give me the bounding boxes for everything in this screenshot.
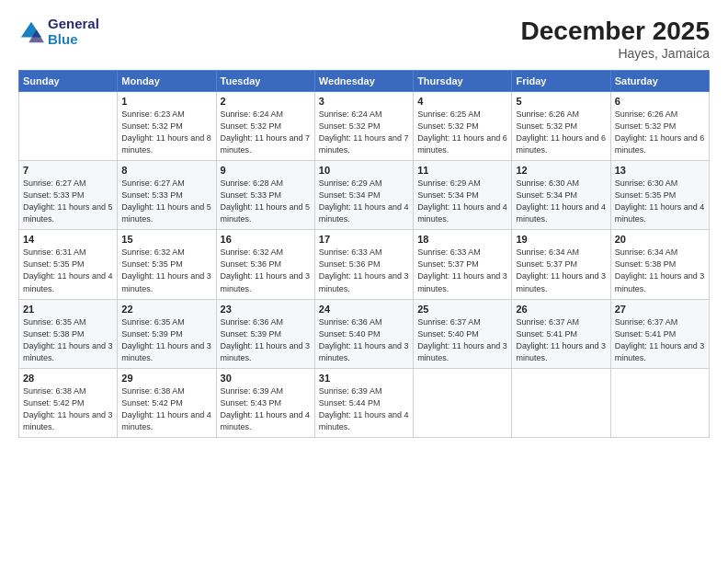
col-header-saturday: Saturday <box>610 71 709 92</box>
day-number: 16 <box>221 234 311 245</box>
day-number: 21 <box>23 304 113 315</box>
day-number: 25 <box>417 304 507 315</box>
page: General Blue December 2025 Hayes, Jamaic… <box>0 0 728 563</box>
cell-info: Sunrise: 6:24 AMSunset: 5:32 PMDaylight:… <box>221 109 311 155</box>
cell-info: Sunrise: 6:26 AMSunset: 5:32 PMDaylight:… <box>516 109 606 155</box>
day-number: 5 <box>516 96 606 107</box>
day-number: 3 <box>319 96 409 107</box>
col-header-friday: Friday <box>512 71 610 92</box>
logo-line1: General <box>48 17 99 32</box>
logo-icon <box>18 19 44 45</box>
cell-info: Sunrise: 6:27 AMSunset: 5:33 PMDaylight:… <box>121 178 211 224</box>
cell-info: Sunrise: 6:35 AMSunset: 5:39 PMDaylight:… <box>121 317 211 362</box>
day-number: 7 <box>23 165 113 176</box>
cell-info: Sunrise: 6:37 AMSunset: 5:40 PMDaylight:… <box>417 317 507 362</box>
cell-info: Sunrise: 6:32 AMSunset: 5:36 PMDaylight:… <box>221 247 311 293</box>
logo-line2: Blue <box>48 32 99 48</box>
day-cell: 13Sunrise: 6:30 AMSunset: 5:35 PMDayligh… <box>610 161 709 230</box>
day-number: 1 <box>121 96 211 107</box>
day-cell: 16Sunrise: 6:32 AMSunset: 5:36 PMDayligh… <box>216 230 314 299</box>
day-number: 10 <box>319 165 409 176</box>
col-header-monday: Monday <box>118 71 216 92</box>
day-number: 23 <box>221 304 311 315</box>
col-header-tuesday: Tuesday <box>216 71 314 92</box>
logo-text: General Blue <box>48 17 99 47</box>
cell-info: Sunrise: 6:28 AMSunset: 5:33 PMDaylight:… <box>221 178 311 224</box>
calendar-table: SundayMondayTuesdayWednesdayThursdayFrid… <box>18 70 710 438</box>
cell-info: Sunrise: 6:37 AMSunset: 5:41 PMDaylight:… <box>615 317 705 362</box>
cell-info: Sunrise: 6:23 AMSunset: 5:32 PMDaylight:… <box>121 109 211 155</box>
day-cell <box>610 368 709 437</box>
day-cell <box>512 368 610 437</box>
day-cell: 3Sunrise: 6:24 AMSunset: 5:32 PMDaylight… <box>314 92 413 161</box>
day-number: 19 <box>516 234 606 245</box>
cell-info: Sunrise: 6:36 AMSunset: 5:39 PMDaylight:… <box>221 317 311 362</box>
day-cell: 26Sunrise: 6:37 AMSunset: 5:41 PMDayligh… <box>512 299 610 368</box>
day-number: 30 <box>221 373 311 384</box>
cell-info: Sunrise: 6:30 AMSunset: 5:34 PMDaylight:… <box>516 178 606 224</box>
day-number: 29 <box>121 373 211 384</box>
day-cell: 18Sunrise: 6:33 AMSunset: 5:37 PMDayligh… <box>414 230 512 299</box>
cell-info: Sunrise: 6:32 AMSunset: 5:35 PMDaylight:… <box>121 247 211 293</box>
cell-info: Sunrise: 6:31 AMSunset: 5:35 PMDaylight:… <box>23 247 113 293</box>
day-number: 14 <box>23 234 113 245</box>
day-number: 20 <box>615 234 705 245</box>
day-cell: 28Sunrise: 6:38 AMSunset: 5:42 PMDayligh… <box>19 368 118 437</box>
day-cell: 14Sunrise: 6:31 AMSunset: 5:35 PMDayligh… <box>19 230 118 299</box>
day-cell: 25Sunrise: 6:37 AMSunset: 5:40 PMDayligh… <box>414 299 512 368</box>
cell-info: Sunrise: 6:27 AMSunset: 5:33 PMDaylight:… <box>23 178 113 224</box>
day-cell: 6Sunrise: 6:26 AMSunset: 5:32 PMDaylight… <box>610 92 709 161</box>
day-number: 22 <box>121 304 211 315</box>
week-row-2: 7Sunrise: 6:27 AMSunset: 5:33 PMDaylight… <box>19 161 710 230</box>
day-cell: 11Sunrise: 6:29 AMSunset: 5:34 PMDayligh… <box>414 161 512 230</box>
day-cell <box>19 92 118 161</box>
day-number: 2 <box>221 96 311 107</box>
col-header-thursday: Thursday <box>414 71 512 92</box>
day-cell: 19Sunrise: 6:34 AMSunset: 5:37 PMDayligh… <box>512 230 610 299</box>
cell-info: Sunrise: 6:39 AMSunset: 5:43 PMDaylight:… <box>221 386 311 431</box>
day-cell: 20Sunrise: 6:34 AMSunset: 5:38 PMDayligh… <box>610 230 709 299</box>
cell-info: Sunrise: 6:37 AMSunset: 5:41 PMDaylight:… <box>516 317 606 362</box>
day-cell: 27Sunrise: 6:37 AMSunset: 5:41 PMDayligh… <box>610 299 709 368</box>
col-header-wednesday: Wednesday <box>314 71 413 92</box>
cell-info: Sunrise: 6:35 AMSunset: 5:38 PMDaylight:… <box>23 317 113 362</box>
day-cell: 29Sunrise: 6:38 AMSunset: 5:42 PMDayligh… <box>118 368 216 437</box>
day-cell: 4Sunrise: 6:25 AMSunset: 5:32 PMDaylight… <box>414 92 512 161</box>
day-number: 6 <box>615 96 705 107</box>
day-cell: 12Sunrise: 6:30 AMSunset: 5:34 PMDayligh… <box>512 161 610 230</box>
cell-info: Sunrise: 6:24 AMSunset: 5:32 PMDaylight:… <box>319 109 409 155</box>
day-cell: 22Sunrise: 6:35 AMSunset: 5:39 PMDayligh… <box>118 299 216 368</box>
day-number: 28 <box>23 373 113 384</box>
day-number: 24 <box>319 304 409 315</box>
cell-info: Sunrise: 6:25 AMSunset: 5:32 PMDaylight:… <box>417 109 507 155</box>
day-cell: 8Sunrise: 6:27 AMSunset: 5:33 PMDaylight… <box>118 161 216 230</box>
col-header-sunday: Sunday <box>19 71 118 92</box>
day-cell: 9Sunrise: 6:28 AMSunset: 5:33 PMDaylight… <box>216 161 314 230</box>
day-number: 27 <box>615 304 705 315</box>
day-cell: 1Sunrise: 6:23 AMSunset: 5:32 PMDaylight… <box>118 92 216 161</box>
week-row-3: 14Sunrise: 6:31 AMSunset: 5:35 PMDayligh… <box>19 230 710 299</box>
header: General Blue December 2025 Hayes, Jamaic… <box>18 17 710 61</box>
day-cell: 7Sunrise: 6:27 AMSunset: 5:33 PMDaylight… <box>19 161 118 230</box>
day-cell: 10Sunrise: 6:29 AMSunset: 5:34 PMDayligh… <box>314 161 413 230</box>
main-title: December 2025 <box>521 17 710 46</box>
cell-info: Sunrise: 6:39 AMSunset: 5:44 PMDaylight:… <box>319 386 409 431</box>
cell-info: Sunrise: 6:34 AMSunset: 5:37 PMDaylight:… <box>516 247 606 293</box>
cell-info: Sunrise: 6:36 AMSunset: 5:40 PMDaylight:… <box>319 317 409 362</box>
day-cell: 5Sunrise: 6:26 AMSunset: 5:32 PMDaylight… <box>512 92 610 161</box>
logo: General Blue <box>18 17 99 47</box>
day-number: 31 <box>319 373 409 384</box>
day-number: 12 <box>516 165 606 176</box>
day-cell <box>414 368 512 437</box>
cell-info: Sunrise: 6:33 AMSunset: 5:37 PMDaylight:… <box>417 247 507 293</box>
cell-info: Sunrise: 6:26 AMSunset: 5:32 PMDaylight:… <box>615 109 705 155</box>
day-number: 11 <box>417 165 507 176</box>
day-number: 8 <box>121 165 211 176</box>
day-cell: 30Sunrise: 6:39 AMSunset: 5:43 PMDayligh… <box>216 368 314 437</box>
day-cell: 24Sunrise: 6:36 AMSunset: 5:40 PMDayligh… <box>314 299 413 368</box>
day-number: 18 <box>417 234 507 245</box>
cell-info: Sunrise: 6:38 AMSunset: 5:42 PMDaylight:… <box>121 386 211 431</box>
day-cell: 2Sunrise: 6:24 AMSunset: 5:32 PMDaylight… <box>216 92 314 161</box>
week-row-5: 28Sunrise: 6:38 AMSunset: 5:42 PMDayligh… <box>19 368 710 437</box>
day-cell: 21Sunrise: 6:35 AMSunset: 5:38 PMDayligh… <box>19 299 118 368</box>
